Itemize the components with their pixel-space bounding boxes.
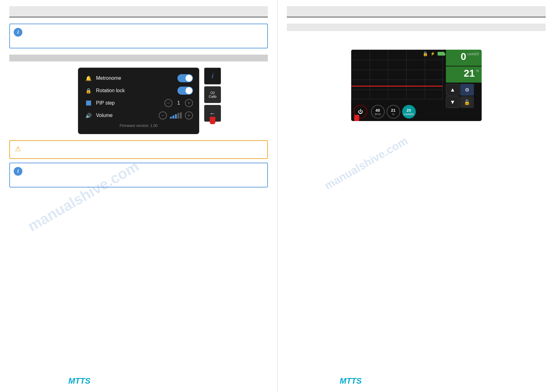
rotation-lock-toggle[interactable] [177,87,193,95]
monitor-display: 🔒 ⚡ 0 cmH2O 21 % [351,50,482,121]
vol-bar-4 [177,113,179,119]
control-bpm[interactable]: 40 BPM [371,105,385,119]
vol-bar-3 [175,114,177,119]
o2-calib-btn[interactable]: O2Calib [204,86,221,103]
battery-tip [444,53,445,56]
monitor-val-0-number: 0 [461,51,466,62]
monitor-val-1-unit: % [476,68,479,73]
pip-step-row: PIP step − 1 + [84,99,193,107]
control-percent[interactable]: 21 % [387,105,400,119]
metronome-icon: 🔔 [84,74,93,83]
metronome-toggle[interactable] [177,74,193,82]
device-ui-panel: 🔔 Metronome 🔒 Rotation lock PIP step [78,68,199,134]
red-waveform-line [351,86,443,87]
monitor-val-0-unit: cmH2O [467,51,479,56]
rotation-lock-row: 🔒 Rotation lock [84,86,193,95]
section-label-bar [9,55,268,61]
volume-decrease[interactable]: − [159,111,167,119]
vol-bar-5 [180,112,182,119]
red-cursor [354,115,359,121]
info-side-btn[interactable]: i [204,68,221,84]
monitor-value-percent: 21 % [446,66,482,83]
right-header-bar [287,6,546,17]
monitor-sidebar: 0 cmH2O 21 % ▲ ▼ ⚙ [446,50,482,108]
vol-bar-2 [172,115,174,119]
info-icon-1: i [14,28,22,37]
volume-control: − + [159,111,193,119]
info-box-1: i [9,24,268,48]
info-box-2: i [9,163,268,187]
right-column: 🔒 ⚡ 0 cmH2O 21 % [278,0,555,392]
left-column: i 🔔 Metronome 🔒 Rotation lock [0,0,278,392]
monitor-value-cmh2o: 0 cmH2O [446,50,482,66]
vol-bar-1 [170,117,172,119]
graph-grid-svg [351,50,443,99]
pip-step-value: 1 [176,100,182,106]
info-icon-2: i [14,167,22,176]
left-header-bar [9,6,268,17]
rotation-lock-label: Rotation lock [96,88,177,93]
bolt-icon: ⚡ [430,52,435,56]
monitor-val-1-number: 21 [464,68,475,79]
monitor-gear-btn[interactable]: ⚙ [460,84,474,96]
pip-step-increase[interactable]: + [185,99,193,107]
monitor-lock-icon-top: 🔒 [423,51,428,56]
monitor-top-icons: 🔒 ⚡ [423,51,444,56]
metronome-row: 🔔 Metronome [84,74,193,83]
metronome-label: Metronome [96,75,177,81]
volume-increase[interactable]: + [185,111,193,119]
mtts-brand-right: MTTS [340,376,362,386]
volume-row: 🔊 Volume − + [84,111,193,120]
watermark-right: manualshive.com [322,134,410,192]
volume-label: Volume [96,113,159,118]
volume-icon: 🔊 [84,111,93,120]
warning-box: ⚠ [9,140,268,159]
pip-step-label: PIP step [96,100,164,106]
rotation-lock-icon: 🔒 [84,86,93,95]
right-sub-header-bar [287,24,546,31]
firmware-label: Firmware version: 1.00 [84,124,193,128]
pip-step-control: − 1 + [164,99,193,107]
warning-icon: ⚠ [14,145,22,153]
volume-bars [170,112,182,119]
pip-step-decrease[interactable]: − [164,99,172,107]
monitor-graph [351,50,443,99]
monitor-arrow-up[interactable]: ▲ [446,84,460,96]
pip-step-icon [84,99,93,107]
monitor-bottom-controls: ⏻ 40 BPM 21 % [351,102,482,121]
control-cmh2o[interactable]: 20 cmH2O [402,105,416,119]
mtts-brand-left: MTTS [68,376,90,386]
battery-icon [438,52,444,56]
